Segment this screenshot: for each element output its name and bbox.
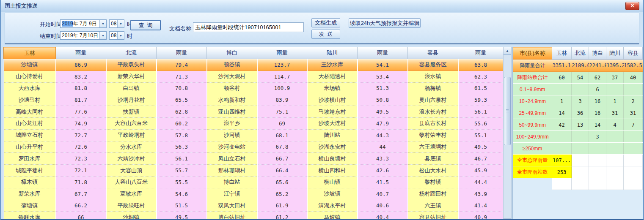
summary-value-cell[interactable]: 31 xyxy=(606,107,624,119)
main-col-header-0[interactable]: 玉林 xyxy=(4,47,56,59)
rain-value-cell[interactable]: 57.8 xyxy=(157,129,207,141)
main-col-header-7[interactable]: 雨量 xyxy=(358,47,408,59)
rain-value-cell[interactable]: 50.8 xyxy=(358,94,408,106)
rain-value-cell[interactable]: 46.7 xyxy=(458,153,504,165)
station-name-cell[interactable]: 大容山八百米 xyxy=(106,176,157,188)
station-name-cell[interactable]: 马坡镇 xyxy=(307,212,358,219)
rain-value-cell[interactable]: 72.1 xyxy=(56,165,106,177)
rain-value-cell[interactable]: 67.7 xyxy=(56,188,106,200)
summary-value-cell[interactable] xyxy=(606,155,624,166)
summary-value-cell[interactable]: 31 xyxy=(624,107,643,119)
rain-value-cell[interactable]: 61.2 xyxy=(257,212,307,219)
summary-value-cell[interactable] xyxy=(552,143,572,155)
station-name-cell[interactable]: 黎村荣丰村 xyxy=(408,129,458,141)
summary-col-header-1[interactable]: 玉林 xyxy=(552,47,572,60)
rain-value-cell[interactable]: 79.4 xyxy=(157,59,207,71)
station-name-cell[interactable]: 顿谷村 xyxy=(207,82,257,94)
table-row[interactable]: 山心博爱村83.2新荣六华村71.3沙河大观村114.7大桥陆透村53.4浪水镇… xyxy=(4,71,504,82)
rain-value-cell[interactable]: 74.9 xyxy=(56,117,106,129)
station-name-cell[interactable]: 大西水库 xyxy=(4,82,56,94)
station-name-cell[interactable]: 沙坡大连村 xyxy=(307,117,358,129)
rain-value-cell[interactable]: 43.3 xyxy=(358,153,408,165)
summary-col-header-3[interactable]: 博白 xyxy=(589,47,606,60)
summary-value-cell[interactable]: 54 xyxy=(572,72,589,84)
table-row[interactable]: 新荣水库67.7覃敏水库54.6江宁镇65.2沙坡镇40.7杨村蹓田村43.9 xyxy=(4,188,504,200)
table-row[interactable]: 罗田水库72.3六靖沙冲村56.1凤山立石村66.7横山良塘村43.3县底镇46… xyxy=(4,153,504,165)
station-name-cell[interactable]: 大容山六百米 xyxy=(106,117,157,129)
scrollbar-thumb[interactable] xyxy=(504,77,511,145)
rain-value-cell[interactable]: 71.8 xyxy=(56,176,106,188)
summary-row[interactable]: ≥250mm xyxy=(513,143,643,155)
summary-row[interactable]: 10~24.9mm131612 xyxy=(513,95,643,107)
rain-value-cell[interactable]: 51.3 xyxy=(358,82,408,94)
summary-value-cell[interactable] xyxy=(624,84,643,95)
station-name-cell[interactable]: 大容山顶 xyxy=(106,165,157,177)
main-col-header-8[interactable]: 容县 xyxy=(408,47,458,59)
rain-value-cell[interactable]: 56.1 xyxy=(157,153,207,165)
rain-value-cell[interactable]: 41.5 xyxy=(358,176,408,188)
read-forecast-button[interactable]: 读取24h天气预报报文并编辑 xyxy=(349,18,421,28)
station-name-cell[interactable]: 县底镇 xyxy=(408,153,458,165)
rain-value-cell[interactable]: 77.6 xyxy=(56,106,106,118)
summary-value-cell[interactable]: 42 xyxy=(552,119,572,131)
station-name-cell[interactable]: 六王塘垌村 xyxy=(408,141,458,153)
summary-col-header-2[interactable]: 北流 xyxy=(572,47,589,60)
doc-name-input[interactable] xyxy=(193,22,304,32)
station-name-cell[interactable]: 沙河镇 xyxy=(207,129,257,141)
summary-value-cell[interactable] xyxy=(572,143,589,155)
table-row[interactable]: 蒲塘镇66.2平政绿旺村51.5双凤大田村61.9清湖永平村40.6六王镇41.… xyxy=(4,200,504,212)
rain-value-cell[interactable]: 40.6 xyxy=(358,200,408,212)
rain-value-cell[interactable]: 54.6 xyxy=(157,188,207,200)
station-name-cell[interactable]: 山心博爱村 xyxy=(4,71,56,82)
station-name-cell[interactable]: 清湖永平村 xyxy=(307,200,358,212)
rain-value-cell[interactable]: 60.2 xyxy=(157,117,207,129)
rain-value-cell[interactable]: 40.7 xyxy=(358,188,408,200)
summary-value-cell[interactable]: 1582.5 xyxy=(624,60,643,72)
station-name-cell[interactable]: 松山大水村 xyxy=(408,165,458,177)
rain-value-cell[interactable]: 66.7 xyxy=(257,153,307,165)
station-name-cell[interactable]: 六王镇 xyxy=(408,200,458,212)
station-name-cell[interactable]: 山心升平村 xyxy=(4,141,56,153)
station-name-cell[interactable]: 山心龙江村 xyxy=(4,117,56,129)
station-name-cell[interactable]: 沙塘马村 xyxy=(4,94,56,106)
summary-value-cell[interactable]: 36 xyxy=(572,107,589,119)
summary-value-cell[interactable] xyxy=(606,143,624,155)
rain-value-cell[interactable]: 44.4 xyxy=(458,176,504,188)
summary-value-cell[interactable] xyxy=(552,84,572,95)
rain-value-cell[interactable]: 61.5 xyxy=(458,82,504,94)
rain-value-cell[interactable]: 66.4 xyxy=(257,165,307,177)
rain-value-cell[interactable]: 59.3 xyxy=(458,94,504,106)
station-name-cell[interactable]: 高峰大同村 xyxy=(4,106,56,118)
rain-value-cell[interactable]: 83.9 xyxy=(257,94,307,106)
station-name-cell[interactable]: 县底古长村 xyxy=(408,117,458,129)
rain-value-cell[interactable]: 114.7 xyxy=(257,71,307,82)
rain-value-cell[interactable]: 65.5 xyxy=(157,94,207,106)
station-name-cell[interactable]: 浪平乡 xyxy=(207,117,257,129)
summary-value-cell[interactable]: 14 xyxy=(552,107,572,119)
summary-value-cell[interactable]: 2 xyxy=(624,95,643,107)
rain-value-cell[interactable]: 65.6 xyxy=(257,176,307,188)
summary-value-cell[interactable] xyxy=(624,155,643,166)
station-name-cell[interactable]: 平政岭垌村 xyxy=(106,129,157,141)
station-name-cell[interactable]: 双凤大田村 xyxy=(207,200,257,212)
rain-value-cell[interactable]: 55.6 xyxy=(458,117,504,129)
rain-value-cell[interactable]: 40.9 xyxy=(458,212,504,219)
table-row[interactable]: 沙塘镇86.9平政双头村79.4顿谷镇123.7王沙水库54.1容县服务区63.… xyxy=(4,59,504,71)
station-name-cell[interactable]: 分水水库 xyxy=(106,141,157,153)
rain-value-cell[interactable]: 54.1 xyxy=(358,59,408,71)
station-name-cell[interactable]: 浪水长寿村 xyxy=(408,106,458,118)
main-col-header-5[interactable]: 雨量 xyxy=(257,47,307,59)
station-name-cell[interactable]: 江宁镇 xyxy=(207,188,257,200)
summary-value-cell[interactable]: 1 xyxy=(606,95,624,107)
summary-value-cell[interactable]: 3351.1 xyxy=(552,60,572,72)
table-row[interactable]: 山心龙江村74.9大容山六百米60.2浪平乡69沙坡大连村47.9县底古长村55… xyxy=(4,117,504,129)
station-name-cell[interactable]: 博白站 xyxy=(207,176,257,188)
station-name-cell[interactable]: 王沙水库 xyxy=(307,59,358,71)
summary-row[interactable]: 全市降雨站数253 xyxy=(513,166,643,178)
summary-col-header-0[interactable]: 市(县)名称 xyxy=(513,47,552,60)
rain-value-cell[interactable]: 63.8 xyxy=(458,59,504,71)
rain-value-cell[interactable]: 72.6 xyxy=(56,141,106,153)
station-name-cell[interactable]: 沙河变电站 xyxy=(207,141,257,153)
rain-value-cell[interactable]: 72.3 xyxy=(56,153,106,165)
generate-doc-button[interactable]: 文档生成 xyxy=(311,18,340,27)
